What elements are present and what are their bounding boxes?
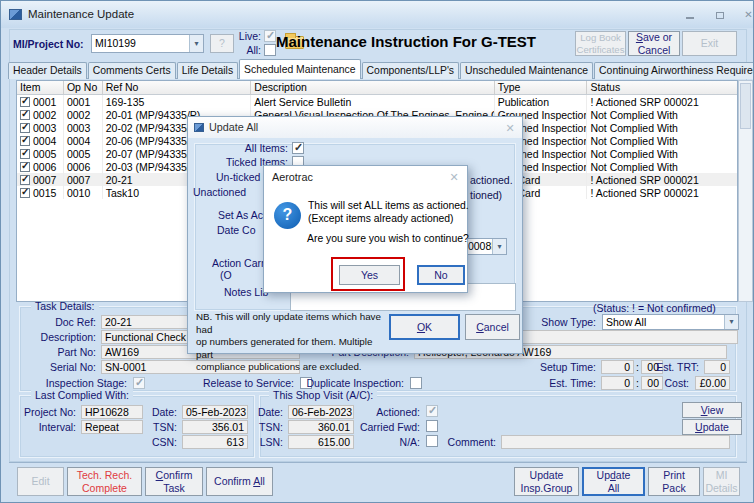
row-checkbox[interactable]: [20, 175, 30, 185]
scrollbar-thumb[interactable]: [740, 83, 751, 129]
show-type-combo[interactable]: Show All ▾: [602, 314, 739, 330]
confirm-message-line1: This will set ALL items as actioned.: [308, 199, 469, 212]
update-insp-group-button[interactable]: UpdateInsp.Group: [514, 467, 579, 496]
col-description[interactable]: Description: [251, 81, 494, 94]
est-minutes-field[interactable]: 00: [641, 376, 663, 390]
cost-label: Cost:: [664, 377, 689, 390]
sv-tsn-field[interactable]: 360.01: [288, 420, 354, 434]
print-pack-button[interactable]: PrintPack: [648, 467, 700, 496]
row-checkbox[interactable]: [20, 97, 30, 107]
notes-library-label: Notes Lib: [224, 286, 268, 299]
sv-date-field[interactable]: 06-Feb-2023: [288, 405, 354, 419]
est-trt-label: Est. TRT:: [656, 361, 699, 374]
text-fragment: tioned): [470, 189, 502, 202]
colon-separator: :: [636, 377, 639, 390]
confirm-question: Are you sure you wish to continue?: [307, 232, 469, 245]
part-no-label: Part No:: [57, 346, 96, 359]
shop-visit-group-label: This Shop Visit (A/C):: [269, 390, 377, 401]
inspection-stage-checkbox[interactable]: [133, 377, 145, 389]
comment-field[interactable]: [501, 435, 730, 449]
confirm-task-button[interactable]: ConfirmTask: [145, 467, 203, 496]
maximize-button[interactable]: [713, 9, 728, 22]
description-label: Description:: [41, 331, 96, 344]
confirm-message-line2: (Except items already actioned): [308, 212, 454, 225]
window-titlebar: Maintenance Update ✕: [1, 1, 753, 28]
log-book-certificates-button: Log BookCertificates: [575, 31, 626, 56]
tech-rech-complete-button[interactable]: Tech. Rech.Complete: [67, 467, 142, 496]
table-scrollbar[interactable]: [738, 80, 753, 302]
row-checkbox[interactable]: [20, 136, 30, 146]
col-ref-no[interactable]: Ref No: [103, 81, 252, 94]
tab-components-llp[interactable]: Components/LLP's: [362, 62, 459, 79]
lsn-field[interactable]: 615.00: [288, 435, 354, 449]
lc-project-no-field[interactable]: HP10628: [81, 405, 143, 419]
lsn-label: LSN:: [260, 436, 283, 449]
date-completed-label: Date Co: [217, 224, 256, 237]
question-icon: ?: [274, 202, 301, 229]
setup-time-label: Setup Time:: [540, 361, 596, 374]
edit-button: Edit: [17, 467, 64, 496]
est-trt-field[interactable]: 0: [704, 360, 730, 374]
col-op-no[interactable]: Op No: [64, 81, 103, 94]
save-or-cancel-button[interactable]: Save orCancel: [628, 31, 680, 56]
all-items-checkbox[interactable]: [292, 142, 304, 154]
na-label: N/A:: [400, 436, 420, 449]
row-checkbox[interactable]: [20, 149, 30, 159]
ok-button[interactable]: OK: [389, 314, 460, 340]
carried-fwd-checkbox[interactable]: [426, 420, 438, 432]
sv-date-label: Date:: [258, 406, 283, 419]
confirm-all-button[interactable]: Confirm All: [206, 467, 273, 496]
row-checkbox[interactable]: [20, 162, 30, 172]
close-icon[interactable]: ✕: [741, 9, 754, 22]
na-checkbox[interactable]: [426, 435, 438, 447]
tab-life-details[interactable]: Life Details: [177, 62, 238, 79]
update-all-titlebar: Update All ✕: [188, 117, 522, 138]
lc-date-label: Date:: [152, 406, 177, 419]
lc-date-field[interactable]: 05-Feb-2023: [182, 405, 248, 419]
chevron-down-icon[interactable]: ▾: [724, 315, 738, 329]
chevron-down-icon[interactable]: ▾: [492, 239, 506, 254]
op-label: (O: [220, 269, 232, 282]
interval-field[interactable]: Repeat: [81, 420, 143, 434]
lc-tsn-field[interactable]: 356.01: [182, 420, 248, 434]
minimize-button[interactable]: [683, 9, 698, 22]
nb-note: NB. This will only update items which ha…: [196, 311, 392, 374]
show-type-label: Show Type:: [541, 316, 596, 329]
aerotrac-title: Aerotrac: [272, 171, 313, 183]
csn-label: CSN:: [152, 436, 177, 449]
close-icon[interactable]: ✕: [503, 121, 517, 135]
actioned-checkbox[interactable]: [426, 405, 438, 417]
actioned-label: Actioned:: [376, 406, 420, 419]
tab-continuing-airworthiness[interactable]: Continuing Airworthiness Requirements: [594, 62, 754, 79]
table-row[interactable]: 0001 0001169-135 Alert Service BulletinP…: [17, 95, 737, 108]
row-checkbox[interactable]: [20, 188, 30, 198]
cost-field[interactable]: £0.00: [695, 376, 730, 390]
lc-tsn-label: TSN:: [153, 421, 177, 434]
row-checkbox[interactable]: [20, 123, 30, 133]
est-hours-field[interactable]: 0: [601, 376, 634, 390]
project-no-combo[interactable]: MI10199 ▾: [91, 34, 204, 53]
row-checkbox[interactable]: [20, 110, 30, 120]
chevron-down-icon[interactable]: ▾: [189, 35, 203, 52]
lc-project-no-label: Project No:: [24, 406, 76, 419]
dialog-icon: [194, 123, 204, 132]
cancel-button[interactable]: Cancel: [465, 314, 520, 340]
col-status[interactable]: Status: [587, 81, 737, 94]
csn-field[interactable]: 613: [182, 435, 248, 449]
view-button[interactable]: View: [682, 402, 742, 418]
tab-header-details[interactable]: Header Details: [8, 62, 87, 79]
duplicate-inspection-checkbox[interactable]: [410, 377, 422, 389]
no-button[interactable]: No: [417, 265, 465, 285]
col-type[interactable]: Type: [495, 81, 588, 94]
update-button[interactable]: Update: [682, 419, 742, 435]
update-all-button[interactable]: UpdateAll: [582, 467, 645, 496]
tab-unscheduled-maintenance[interactable]: Unscheduled Maintenance: [460, 62, 593, 79]
page-title: Maintenance Instruction For G-TEST: [241, 33, 571, 50]
unactioned-items-label: Unactioned: [193, 186, 246, 199]
text-fragment: actioned.: [470, 174, 513, 187]
tab-scheduled-maintenance[interactable]: Scheduled Maintenance: [239, 59, 361, 79]
setup-hours-field[interactable]: 0: [601, 360, 634, 374]
col-item[interactable]: Item: [17, 81, 64, 94]
close-icon[interactable]: ✕: [447, 170, 461, 184]
tab-comments-certs[interactable]: Comments Certs: [88, 62, 176, 79]
